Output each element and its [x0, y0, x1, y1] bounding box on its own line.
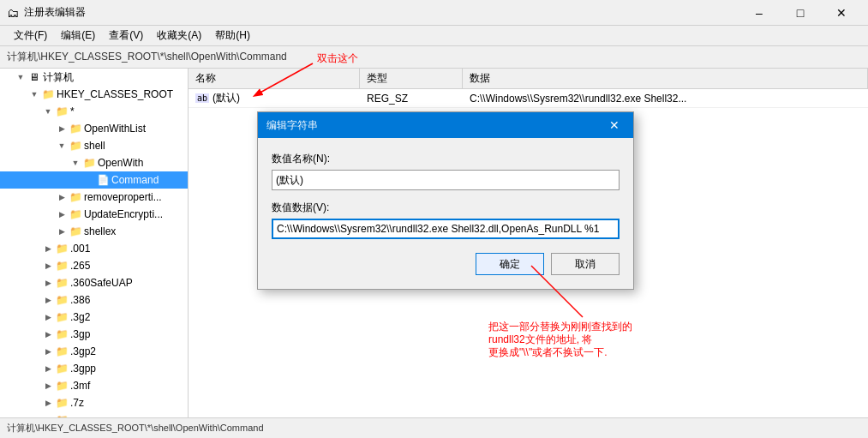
tree-item-dot360[interactable]: ▶ 📁 .360SafeUAP [0, 274, 188, 291]
tree-label-dot3g2: .3g2 [70, 311, 90, 323]
tree-item-computer[interactable]: ▼ 🖥 计算机 [0, 69, 188, 86]
toggle-openwith[interactable]: ▼ [69, 156, 82, 170]
menu-view[interactable]: 查看(V) [102, 27, 150, 45]
tree-item-shell[interactable]: ▼ 📁 shell [0, 137, 188, 154]
right-header: 名称 类型 数据 [189, 69, 868, 89]
command-icon: 📄 [96, 173, 110, 187]
ab-icon: ab [195, 93, 209, 103]
title-bar: 🗂 注册表编辑器 – □ ✕ [0, 0, 868, 26]
tree-label-dot360: .360SafeUAP [70, 277, 133, 289]
tree-item-dot3g2[interactable]: ▶ 📁 .3g2 [0, 309, 188, 326]
toggle-dot360[interactable]: ▶ [41, 276, 55, 290]
toggle-computer[interactable]: ▼ [14, 70, 27, 84]
toggle-dot7z[interactable]: ▶ [41, 396, 55, 410]
toggle-star[interactable]: ▼ [41, 105, 55, 118]
tree-label-dot3gp2: .3gp2 [70, 345, 96, 357]
tree-item-star[interactable]: ▼ 📁 * [0, 103, 188, 120]
menu-bar: 文件(F) 编辑(E) 查看(V) 收藏夹(A) 帮助(H) [0, 26, 868, 46]
tree-item-hkcr[interactable]: ▼ 📁 HKEY_CLASSES_ROOT [0, 86, 188, 103]
hkcr-icon: 📁 [41, 87, 55, 101]
tree-label-openwith: OpenWith [98, 157, 143, 169]
toggle-openwithlist[interactable]: ▶ [55, 122, 69, 135]
menu-help[interactable]: 帮助(H) [208, 27, 257, 45]
toggle-shellex[interactable]: ▶ [55, 225, 69, 238]
tree-item-dota[interactable]: ▶ 📁 .a [0, 411, 188, 417]
tree-item-removeproperties[interactable]: ▶ 📁 removeproperti... [0, 189, 188, 206]
toggle-dot3g2[interactable]: ▶ [41, 310, 55, 324]
maximize-button[interactable]: □ [781, 0, 820, 26]
title-text: 注册表编辑器 [24, 5, 86, 20]
reg-data-cell: C:\\Windows\\Sysrem32\\rundll32.exe Shel… [463, 93, 868, 105]
menu-edit[interactable]: 编辑(E) [54, 27, 102, 45]
window-controls: – □ ✕ [739, 0, 861, 26]
minimize-button[interactable]: – [739, 0, 779, 26]
tree-panel[interactable]: ▼ 🖥 计算机 ▼ 📁 HKEY_CLASSES_ROOT ▼ 📁 * [0, 69, 189, 417]
star-icon: 📁 [55, 105, 69, 118]
field-name-label: 数值名称(N): [272, 152, 620, 166]
close-button[interactable]: ✕ [822, 0, 861, 26]
tree-label-hkcr: HKEY_CLASSES_ROOT [57, 88, 173, 100]
openwith-icon: 📁 [82, 156, 96, 170]
tree-item-dot265[interactable]: ▶ 📁 .265 [0, 257, 188, 274]
tree-label-star: * [70, 105, 75, 117]
tree-item-dot3gpp[interactable]: ▶ 📁 .3gpp [0, 360, 188, 377]
toggle-dot386[interactable]: ▶ [41, 293, 55, 307]
shell-icon: 📁 [69, 139, 82, 153]
toggle-updateencryption[interactable]: ▶ [55, 207, 69, 221]
toggle-dot3mf[interactable]: ▶ [41, 379, 55, 393]
field-name-input[interactable] [272, 170, 620, 190]
tree-label-computer: 计算机 [43, 70, 74, 85]
field-name-section: 数值名称(N): [272, 152, 620, 190]
address-bar: 计算机\HKEY_CLASSES_ROOT\*\shell\OpenWith\C… [0, 46, 868, 69]
dialog-close-button[interactable]: ✕ [604, 115, 625, 135]
address-path: 计算机\HKEY_CLASSES_ROOT\*\shell\OpenWith\C… [7, 50, 287, 64]
tree-item-dot3gp2[interactable]: ▶ 📁 .3gp2 [0, 343, 188, 360]
tree-item-dot3mf[interactable]: ▶ 📁 .3mf [0, 377, 188, 394]
dot3mf-icon: 📁 [55, 379, 69, 393]
dot3g2-icon: 📁 [55, 310, 69, 324]
table-row[interactable]: ab (默认) REG_SZ C:\\Windows\\Sysrem32\\ru… [189, 89, 868, 108]
field-data-label: 数值数据(V): [272, 201, 620, 215]
tree-item-updateencryption[interactable]: ▶ 📁 UpdateEncrypti... [0, 206, 188, 223]
reg-name-label: (默认) [213, 91, 240, 105]
tree-item-dot7z[interactable]: ▶ 📁 .7z [0, 394, 188, 411]
menu-favorites[interactable]: 收藏夹(A) [150, 27, 208, 45]
toggle-dot3gp2[interactable]: ▶ [41, 345, 55, 358]
tree-item-dot386[interactable]: ▶ 📁 .386 [0, 291, 188, 309]
tree-label-dot386: .386 [70, 294, 90, 306]
tree-item-openwith[interactable]: ▼ 📁 OpenWith [0, 154, 188, 171]
tree-item-openwithlist[interactable]: ▶ 📁 OpenWithList [0, 120, 188, 137]
tree-label-shell: shell [84, 140, 105, 152]
reg-type-cell: REG_SZ [360, 93, 463, 105]
tree-label-updateencryption: UpdateEncrypti... [84, 208, 163, 220]
toggle-removeproperties[interactable]: ▶ [55, 190, 69, 204]
tree-item-command[interactable]: ▶ 📄 Command [0, 171, 188, 189]
toggle-dot001[interactable]: ▶ [41, 242, 55, 255]
cancel-button[interactable]: 取消 [551, 253, 620, 275]
computer-icon: 🖥 [27, 70, 41, 84]
dot386-icon: 📁 [55, 293, 69, 307]
menu-file[interactable]: 文件(F) [7, 27, 54, 45]
title-bar-left: 🗂 注册表编辑器 [7, 5, 86, 20]
reg-name-cell: ab (默认) [189, 91, 360, 105]
toggle-dot3gp[interactable]: ▶ [41, 327, 55, 341]
col-header-type: 类型 [360, 69, 463, 88]
toggle-hkcr[interactable]: ▼ [27, 87, 41, 101]
dialog-buttons: 确定 取消 [272, 253, 620, 275]
dialog-titlebar: 编辑字符串 ✕ [258, 112, 633, 138]
toggle-dot265[interactable]: ▶ [41, 259, 55, 273]
field-data-input[interactable] [272, 219, 620, 239]
dot3gp-icon: 📁 [55, 327, 69, 341]
ok-button[interactable]: 确定 [476, 253, 544, 275]
toggle-shell[interactable]: ▼ [55, 139, 69, 153]
tree-label-dot001: .001 [70, 243, 90, 255]
dot001-icon: 📁 [55, 242, 69, 255]
tree-label-shellex: shellex [84, 225, 116, 237]
tree-item-dot3gp[interactable]: ▶ 📁 .3gp [0, 326, 188, 343]
dot3gp2-icon: 📁 [55, 345, 69, 358]
toggle-dot3gpp[interactable]: ▶ [41, 362, 55, 375]
tree-item-shellex[interactable]: ▶ 📁 shellex [0, 223, 188, 240]
edit-string-dialog: 编辑字符串 ✕ 数值名称(N): 数值数据(V): 确定 取消 [257, 111, 634, 290]
col-header-name: 名称 [189, 69, 360, 88]
tree-item-dot001[interactable]: ▶ 📁 .001 [0, 240, 188, 257]
